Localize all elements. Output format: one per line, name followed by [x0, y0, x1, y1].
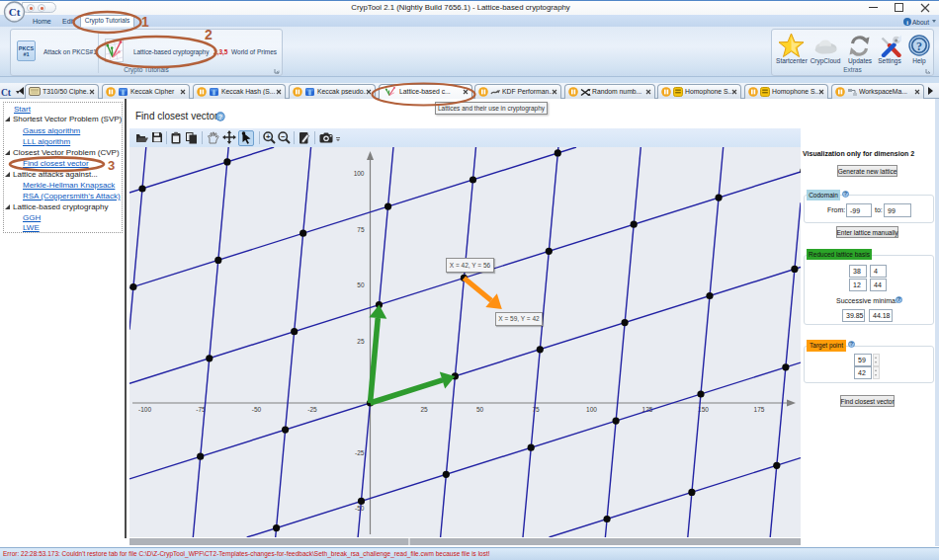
svg-text:50: 50: [476, 406, 484, 413]
svg-text:Ct: Ct: [9, 6, 21, 18]
svg-text:−: −: [281, 132, 286, 141]
svg-text:-50: -50: [252, 406, 262, 413]
svg-text:25: 25: [420, 406, 428, 413]
svg-text:100: 100: [586, 406, 597, 413]
svg-text:-100: -100: [138, 406, 151, 413]
svg-text:50: 50: [357, 281, 365, 288]
svg-text:175: 175: [754, 406, 765, 413]
svg-text:75: 75: [357, 226, 365, 233]
svg-text:25: 25: [357, 338, 365, 345]
svg-text:-25: -25: [307, 406, 317, 413]
svg-text:Ct: Ct: [1, 88, 12, 98]
svg-text:?: ?: [218, 114, 222, 121]
svg-text:+: +: [266, 132, 271, 141]
svg-text:75: 75: [532, 406, 540, 413]
svg-text:?: ?: [897, 297, 900, 302]
svg-text:?: ?: [844, 192, 847, 197]
svg-text:?: ?: [916, 40, 922, 53]
svg-text:-25: -25: [355, 449, 365, 456]
svg-text:100: 100: [354, 170, 365, 177]
svg-text:?: ?: [850, 342, 853, 347]
